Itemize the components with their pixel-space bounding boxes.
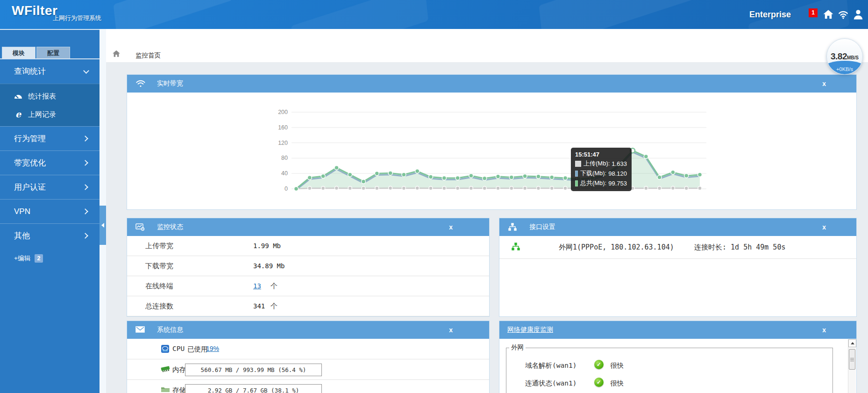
sidebar-item-other[interactable]: 其他 (0, 223, 100, 248)
row-label: 上传带宽 (145, 242, 173, 250)
menu-label: 上网记录 (28, 105, 56, 123)
memory-usage-box: 560.67 MB / 993.99 MB (56.4 %) (185, 364, 322, 376)
table-row: 内存 560.67 MB / 993.99 MB (56.4 %) (127, 359, 489, 380)
menu-label: 用户认证 (14, 183, 46, 192)
scrollbar[interactable] (848, 339, 856, 393)
tooltip-row: 总共(Mb): 99.753 (575, 179, 627, 187)
svg-text:40: 40 (281, 170, 288, 177)
memory-icon (161, 365, 170, 374)
sidebar-edit-button[interactable]: +编辑 2 (0, 254, 100, 263)
health-row: 连通状态(wan1) ✓ 很快 (506, 376, 832, 390)
close-icon[interactable]: x (449, 223, 453, 231)
user-icon[interactable] (852, 8, 864, 21)
header-decor (539, 0, 695, 29)
panel-monitor-status: 监控状态 x 上传带宽 1.99 Mb 下载带宽 34.89 Mb 在线终端 1… (127, 218, 490, 317)
wifi-icon[interactable] (837, 8, 849, 21)
sidebar-item-bandwidth[interactable]: 带宽优化 (0, 150, 100, 175)
app-logo-subtitle: 上网行为管理系统 (53, 14, 101, 22)
check-label: 连通状态(wan1) (525, 379, 576, 388)
sidebar-item-vpn[interactable]: VPN (0, 199, 100, 223)
svg-text:200: 200 (278, 109, 288, 115)
panel-network-health: 网络健康度监测 x 外网 域名解析(wan1) ✓ 很快 连通状态(wan1) … (499, 321, 857, 393)
panel-title: 系统信息 (157, 326, 183, 334)
row-suffix: 个 (270, 282, 277, 291)
table-row: CPU 已使用 19% (127, 339, 489, 359)
close-icon[interactable]: x (822, 223, 826, 231)
notification-badge[interactable]: 1 (809, 8, 818, 17)
home-icon[interactable] (822, 8, 834, 21)
chevron-right-icon (82, 136, 88, 142)
storage-usage-box: 2.92 GB / 7.67 GB (38.1 %) (185, 384, 322, 393)
close-icon[interactable]: x (449, 326, 453, 334)
sidebar-tabs: 模块 配置 (0, 30, 100, 59)
table-row: 总连接数 341 个 (127, 296, 489, 316)
row-label: 在线终端 (145, 282, 173, 291)
storage-icon (161, 386, 170, 393)
tooltip-row: 下载(Mb): 98.120 (575, 169, 627, 178)
sidebar: 模块 配置 查询统计 统计报表 e 上网记录 行为管理 带宽优化 (0, 29, 100, 393)
sidebar-menu: 查询统计 统计报表 e 上网记录 行为管理 带宽优化 用户认证 (0, 59, 100, 263)
edit-label: +编辑 (14, 254, 30, 263)
row-label: 下载带宽 (145, 262, 173, 271)
menu-label: 行为管理 (14, 134, 46, 143)
chart-tooltip: 15:51:47 上传(Mb): 1.633 下载(Mb): 98.120 总共… (571, 148, 632, 191)
speed-gauge[interactable]: 3.82MB/S +0KB/s (826, 38, 863, 75)
sidebar-item-auth[interactable]: 用户认证 (0, 175, 100, 199)
scroll-up-button[interactable] (848, 339, 856, 347)
menu-label: 其他 (14, 231, 30, 240)
tooltip-label: 总共(Mb): (580, 179, 606, 187)
tooltip-label: 下载(Mb): (580, 169, 606, 178)
svg-text:80: 80 (281, 155, 288, 161)
group-label: 外网 (509, 343, 526, 352)
online-terminals-link[interactable]: 13 (253, 282, 261, 290)
tooltip-value: 99.753 (608, 180, 627, 187)
sidebar-item-behavior[interactable]: 行为管理 (0, 126, 100, 150)
header-decor (114, 0, 233, 29)
gauge-value: 3.82MB/S (827, 51, 862, 62)
arrow-up-icon (851, 342, 854, 344)
wan-network-icon (511, 243, 520, 253)
sidebar-collapse-handle[interactable] (100, 206, 106, 245)
chevron-down-icon (83, 68, 89, 74)
row-value: 341 (253, 302, 265, 310)
sidebar-item-query-stats[interactable]: 查询统计 (0, 59, 100, 84)
sidebar-item-web-records[interactable]: e 上网记录 (0, 105, 100, 123)
row-label: CPU (172, 345, 185, 352)
scrollbar-thumb[interactable] (849, 349, 855, 370)
panel-header: 网络健康度监测 x (499, 321, 856, 339)
panel-title: 接口设置 (529, 223, 555, 231)
panel-header: 监控状态 x (127, 218, 489, 236)
wifi-icon (135, 79, 146, 90)
edit-count-badge: 2 (35, 254, 43, 263)
svg-text:0: 0 (285, 186, 288, 192)
row-suffix: 个 (270, 302, 277, 311)
row-value: 1.99 Mb (253, 242, 281, 250)
breadcrumb-home-icon[interactable] (112, 50, 121, 60)
close-icon[interactable]: x (822, 79, 826, 88)
app-header: WFilter 上网行为管理系统 Enterprise 1 (0, 0, 868, 29)
header-decor (291, 0, 428, 29)
row-label: 存储 (172, 386, 186, 393)
gauge-unit: MB/S (847, 55, 859, 60)
breadcrumb: 监控首页 (106, 29, 868, 62)
table-row: 在线终端 13 个 (127, 276, 489, 296)
chevron-right-icon (82, 233, 88, 239)
sidebar-item-stat-report[interactable]: 统计报表 (0, 87, 100, 105)
check-label: 域名解析(wan1) (525, 361, 576, 370)
report-chart-icon (13, 93, 23, 100)
health-title-link[interactable]: 网络健康度监测 (507, 326, 553, 334)
bandwidth-chart[interactable]: 04080120160200 15:51:47 上传(Mb): 1.633 下载… (127, 93, 856, 209)
chevron-right-icon (82, 208, 88, 214)
app-logo: WFilter (12, 3, 57, 18)
tab-config[interactable]: 配置 (36, 47, 70, 58)
close-icon[interactable]: x (822, 326, 826, 334)
connection-duration: 连接时长: 1d 5h 49m 50s (694, 243, 785, 252)
cpu-usage-link[interactable]: 19% (206, 345, 219, 352)
panel-interface-settings: 接口设置 x 外网1(PPPoE, 180.102.63.104) 连接时长: … (499, 218, 857, 317)
wan-group: 外网 域名解析(wan1) ✓ 很快 连通状态(wan1) ✓ 很快 (506, 343, 833, 393)
panel-header: 接口设置 x (499, 218, 856, 236)
menu-label: 统计报表 (28, 87, 56, 105)
edition-label: Enterprise (749, 10, 791, 20)
tab-modules[interactable]: 模块 (2, 47, 36, 58)
tooltip-row: 上传(Mb): 1.633 (575, 159, 627, 168)
